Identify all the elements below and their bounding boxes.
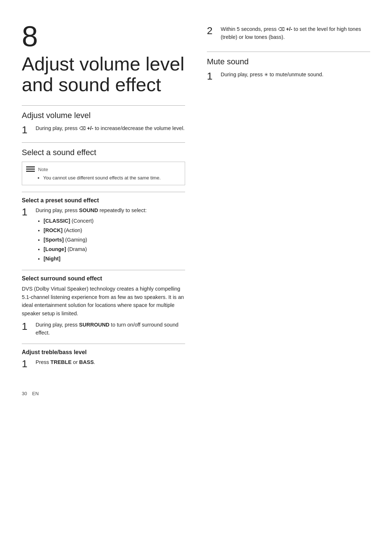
surround-step-text: During play, press SURROUND to turn on/o… [36,321,185,337]
effect-rock: [ROCK] (Action) [44,226,185,235]
surround-title: Select surround sound effect [22,275,185,282]
adjust-volume-title: Adjust volume level [22,111,185,120]
chapter-number: 8 [22,20,38,52]
treble-bass-title: Adjust treble/bass level [22,349,185,356]
mute-step-num: 1 [207,71,221,82]
mute-step-text: During play, press ✳ to mute/unmute soun… [221,71,370,79]
mute-sound-title: Mute sound [207,57,370,66]
effect-list: [CLASSIC] (Concert) [ROCK] (Action) [Spo… [36,216,185,263]
note-icon [26,166,35,173]
chapter-heading: 8Adjust volume level and sound effect [22,22,185,95]
divider-2 [22,142,185,143]
chapter-title: Adjust volume level and sound effect [22,54,185,95]
effect-night: [Night] [44,254,185,263]
surround-sound-section: Select surround sound effect DVS (Dolby … [22,275,185,337]
step-number-1: 1 [22,125,36,136]
surround-step-1: 1 During play, press SURROUND to turn on… [22,321,185,337]
right-step-num-2: 2 [207,25,221,37]
adjust-volume-section: Adjust volume level 1 During play, press… [22,111,185,136]
treble-bold: TREBLE [50,359,72,365]
volume-step-1-text: During play, press ⌫ +/- to increase/dec… [36,125,185,133]
treble-bass-step-num: 1 [22,358,36,370]
vol-symbol-2: ⌫ [278,27,285,32]
bass-bold: BASS [79,359,94,365]
treble-bass-step-text: Press TREBLE or BASS. [36,358,185,366]
sound-bold: SOUND [79,207,98,213]
note-header: Note [26,166,180,173]
surround-body: DVS (Dolby Virtual Speaker) technology c… [22,285,185,317]
note-text: You cannot use different sound effects a… [26,175,180,181]
effect-classic: [CLASSIC] (Concert) [44,216,185,226]
preset-step-1: 1 During play, press SOUND repeatedly to… [22,207,185,263]
divider-right-1 [207,52,370,52]
surround-bold: SURROUND [79,322,110,328]
mute-sound-section: Mute sound 1 During play, press ✳ to mut… [207,57,370,82]
right-step-2: 2 Within 5 seconds, press ⌫ +/- to set t… [207,25,370,41]
page-footer: 30 EN [22,391,370,396]
mute-symbol: ✳ [264,72,268,77]
divider-4 [22,270,185,270]
preset-sound-effect-section: Select a preset sound effect 1 During pl… [22,197,185,263]
mute-step-1: 1 During play, press ✳ to mute/unmute so… [207,71,370,82]
page-number: 30 [22,391,27,396]
svg-rect-2 [26,171,35,172]
select-sound-effect-section: Select a sound effect Note You c [22,148,185,185]
surround-step-num: 1 [22,321,36,332]
note-text-item: You cannot use different sound effects a… [43,175,180,181]
divider-3 [22,192,185,192]
effect-sports: [Sports] (Gaming) [44,235,185,244]
effect-lounge: [Lounge] (Drama) [44,244,185,254]
volume-symbol: ⌫ [79,126,86,131]
divider-1 [22,105,185,106]
treble-bass-step-1: 1 Press TREBLE or BASS. [22,358,185,370]
note-label: Note [38,167,48,172]
treble-bass-section: Adjust treble/bass level 1 Press TREBLE … [22,349,185,370]
preset-step-num: 1 [22,207,36,218]
preset-step-text: During play, press SOUND repeatedly to s… [36,207,185,263]
divider-5 [22,344,185,344]
language-label: EN [32,391,38,396]
select-sound-effect-title: Select a sound effect [22,148,185,157]
right-step-2-text: Within 5 seconds, press ⌫ +/- to set the… [221,25,370,41]
volume-step-1: 1 During play, press ⌫ +/- to increase/d… [22,125,185,136]
svg-rect-0 [26,166,35,167]
note-box: Note You cannot use different sound effe… [22,162,185,185]
preset-title: Select a preset sound effect [22,197,185,204]
svg-rect-1 [26,169,35,170]
